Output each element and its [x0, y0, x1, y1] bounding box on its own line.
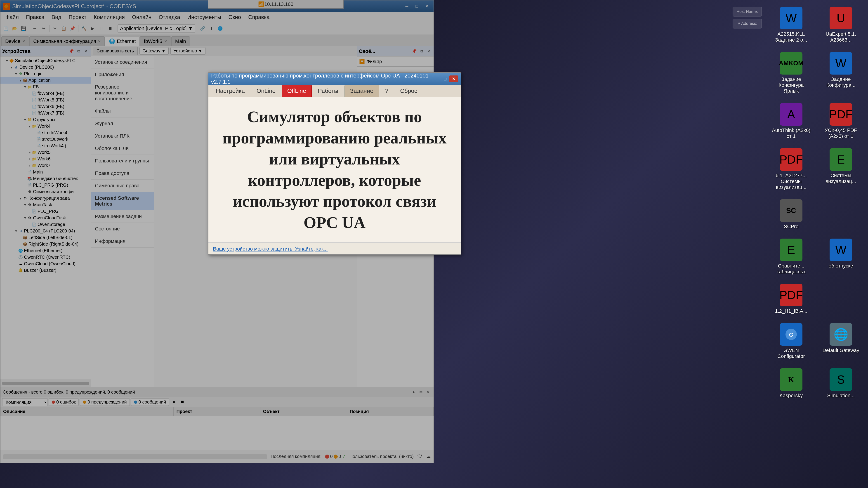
- desktop-icon-placeholder: [820, 199, 861, 230]
- popup-close-button[interactable]: ✕: [450, 75, 458, 82]
- excel1-icon: E: [830, 148, 852, 171]
- simulation-icon: S: [830, 368, 852, 391]
- autothink-label: AutoThink (A2x6) от 1: [771, 127, 811, 139]
- kaspersky-icon: K: [780, 368, 802, 391]
- popup-tab-settings[interactable]: Настройка: [210, 85, 250, 97]
- popup-tab-offline[interactable]: OffLine: [282, 85, 312, 97]
- kaspersky-label: Kaspersky: [780, 393, 803, 398]
- desktop-icon-word2[interactable]: W Задание Конфигура...: [820, 52, 861, 94]
- simulation-label: Simulation...: [827, 393, 855, 398]
- excel2-label: Сравните... таблица.xlsx: [771, 263, 811, 275]
- gateway-icon: 🌐: [830, 323, 852, 346]
- word2-label: Задание Конфигура...: [820, 76, 861, 88]
- popup-minimize-button[interactable]: ─: [432, 75, 441, 82]
- popup-tab-work[interactable]: Работы: [312, 85, 344, 97]
- desktop-icon-pdf2[interactable]: PDF 6.1_A21277... Системы визуализац...: [771, 148, 811, 190]
- desktop-icon-excel2[interactable]: E Сравните... таблица.xlsx: [771, 238, 811, 275]
- desktop-icon-uaexpert[interactable]: U UaExpert 5.1, A23663...: [820, 7, 861, 43]
- word2-icon: W: [830, 52, 852, 74]
- popup-title-bar: Работы по программированию пром.контролл…: [209, 73, 461, 85]
- desktop-icon-kaspersky[interactable]: K Kaspersky: [771, 368, 811, 398]
- ip-address-card: IP Address:: [733, 19, 762, 29]
- popup-maximize-button[interactable]: □: [441, 75, 450, 82]
- excel2-icon: E: [780, 238, 802, 261]
- desktop-icon-gwen[interactable]: G GWEN Configurator: [771, 323, 811, 359]
- ip-label: IP Address:: [737, 21, 758, 26]
- pdf1-icon: PDF: [830, 103, 852, 126]
- desktop-icon-autothink[interactable]: A AutoThink (A2x6) от 1: [771, 103, 811, 139]
- desktop-icon-pdf3[interactable]: PDF 1.2_H1_IB.A...: [771, 284, 811, 314]
- desktop-icon-scpro[interactable]: SC SCPro: [771, 199, 811, 230]
- info-cards: Host Name: IP Address:: [733, 7, 762, 29]
- popup-tabs: Настройка OnLine OffLine Работы Задание …: [209, 85, 461, 97]
- word1-icon: W: [780, 7, 802, 29]
- desktop-icons-grid: W A22515.KLL Задание 2 о... U UaExpert 5…: [771, 7, 861, 398]
- amkom-label: Задание Конфигура Ярлык: [771, 76, 811, 94]
- placeholder-icon: [830, 199, 852, 222]
- popup-dialog: Работы по программированию пром.контролл…: [208, 72, 461, 255]
- popup-tab-task[interactable]: Задание: [344, 85, 379, 97]
- popup-footer: Ваше устройство можно защитить. Узнайте,…: [209, 242, 461, 254]
- scpro-label: SCPro: [784, 224, 799, 230]
- word3-label: об отпуске: [829, 263, 853, 269]
- popup-tab-reset[interactable]: Сброс: [395, 85, 423, 97]
- word3-icon: W: [830, 238, 852, 261]
- pdf3-label: 1.2_H1_IB.A...: [775, 308, 807, 314]
- scpro-icon: SC: [780, 199, 802, 222]
- desktop-icon-word1[interactable]: W A22515.KLL Задание 2 о...: [771, 7, 811, 43]
- desktop-icon-excel1[interactable]: E Системы визуализац...: [820, 148, 861, 190]
- popup-title: Работы по программированию пром.контролл…: [211, 72, 432, 85]
- desktop-icon-simulation[interactable]: S Simulation...: [820, 368, 861, 398]
- uaexpert-icon: U: [830, 7, 852, 29]
- excel1-label: Системы визуализац...: [820, 173, 861, 184]
- pdf1-label: УСК-0,45 PDF (A2x6) от 1: [820, 127, 861, 139]
- desktop-icon-word3[interactable]: W об отпуске: [820, 238, 861, 275]
- popup-main-text: Симулятор объектов по программированию р…: [215, 102, 454, 238]
- host-name-card: Host Name:: [733, 7, 762, 17]
- desktop-icon-placeholder2: [820, 284, 861, 314]
- placeholder2-icon: [830, 284, 852, 306]
- gwen-label: GWEN Configurator: [771, 348, 811, 359]
- uaexpert-label: UaExpert 5.1, A23663...: [820, 31, 861, 43]
- gwen-icon: G: [780, 323, 802, 346]
- pdf3-icon: PDF: [780, 284, 802, 306]
- pdf2-label: 6.1_A21277... Системы визуализац...: [771, 173, 811, 190]
- word1-label: A22515.KLL Задание 2 о...: [771, 31, 811, 43]
- svg-text:G: G: [789, 332, 794, 338]
- gateway-label-dt: Default Gateway: [823, 348, 860, 353]
- desktop-right: W A22515.KLL Задание 2 о... U UaExpert 5…: [443, 0, 868, 488]
- amkom-icon: AMKOM: [780, 52, 802, 74]
- desktop-icon-gateway[interactable]: 🌐 Default Gateway: [820, 323, 861, 359]
- host-name-label: Host Name:: [737, 9, 758, 14]
- popup-footer-link[interactable]: Ваше устройство можно защитить. Узнайте,…: [213, 246, 328, 252]
- popup-tab-online[interactable]: OnLine: [251, 85, 281, 97]
- popup-content: Симулятор объектов по программированию р…: [209, 97, 461, 242]
- pdf2-icon: PDF: [780, 148, 802, 171]
- desktop-icon-amkom[interactable]: AMKOM Задание Конфигура Ярлык: [771, 52, 811, 94]
- desktop-icon-pdf1[interactable]: PDF УСК-0,45 PDF (A2x6) от 1: [820, 103, 861, 139]
- autothink-icon: A: [780, 103, 802, 126]
- popup-tab-help[interactable]: ?: [379, 85, 394, 97]
